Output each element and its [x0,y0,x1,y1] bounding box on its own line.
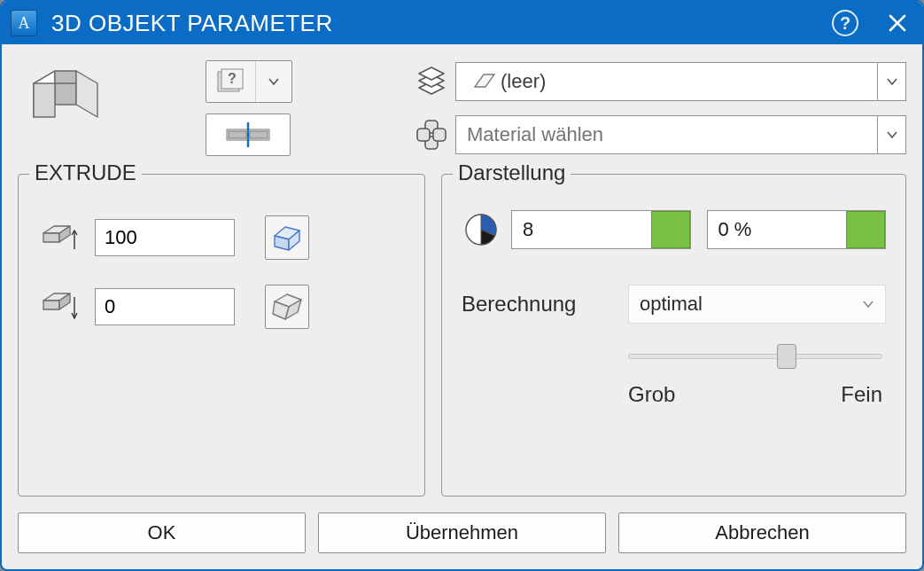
material-dropdown[interactable]: Material wählen [455,115,906,154]
slider-thumb[interactable] [777,344,796,369]
groupbox-extrude-legend: EXTRUDE [29,160,142,185]
height-top-icon [38,223,79,253]
opacity-field[interactable]: 0 % [707,210,887,249]
groupbox-display: Darstellung 8 [441,174,906,497]
prism-open-top-icon [271,223,303,252]
app-badge-icon: A [11,10,37,36]
slider-track [628,354,882,359]
apply-button[interactable]: Übernehmen [318,512,606,553]
material-dropdown-placeholder: Material wählen [467,123,877,146]
svg-text:?: ? [228,71,237,86]
groupbox-display-legend: Darstellung [453,160,571,185]
cancel-button[interactable]: Abbrechen [618,512,906,553]
pen-number-value: 8 [512,211,651,248]
opacity-value: 0 % [708,211,847,248]
ok-button[interactable]: OK [18,512,306,553]
pen-color-swatch [651,211,690,248]
dialog-buttons-row: OK Übernehmen Abbrechen [18,512,906,553]
extrude-top-input[interactable] [95,219,235,256]
window-title: 3D OBJEKT PARAMETER [51,10,333,37]
help-icon[interactable]: ? [832,10,858,36]
pen-number-field[interactable]: 8 [511,210,691,249]
chevron-down-icon [256,61,291,102]
layers-icon [408,64,455,99]
svg-rect-6 [250,131,268,138]
question-mark-box-icon: ? [206,61,256,102]
dialog-body: ? [2,44,922,569]
height-bottom-icon [38,292,79,322]
groupbox-row: EXTRUDE [18,174,906,497]
calculation-dropdown[interactable]: optimal [628,285,886,324]
object-type-icon [28,64,110,126]
layer-item-icon [467,71,501,92]
chevron-down-icon [862,298,874,310]
object-type-dropdown[interactable]: ? [206,60,292,103]
prism-open-bottom-icon [271,293,303,321]
layer-dropdown[interactable]: (leer) [455,62,906,101]
svg-rect-10 [433,129,446,141]
extrude-bottom-input[interactable] [95,288,235,325]
slider-max-label: Fein [841,382,882,407]
calculation-dropdown-value: optimal [640,293,703,316]
calculation-slider[interactable]: Grob Fein [628,354,882,407]
chevron-down-icon[interactable] [877,63,905,100]
close-icon[interactable] [883,9,912,37]
chevron-down-icon[interactable] [877,116,905,153]
svg-rect-5 [229,131,246,138]
extrude-top-mode-button[interactable] [265,215,309,260]
svg-rect-9 [417,129,430,141]
alignment-tool-button[interactable] [206,113,291,156]
extrude-bottom-mode-button[interactable] [265,285,309,329]
layer-dropdown-value: (leer) [501,70,877,93]
titlebar: A 3D OBJEKT PARAMETER ? [2,2,922,44]
opacity-color-swatch [846,211,885,248]
material-icon [408,117,455,153]
centerline-icon [221,122,275,147]
pie-chart-icon [462,210,501,249]
calculation-label: Berechnung [462,292,628,317]
upper-controls-row: ? [18,60,906,167]
groupbox-extrude: EXTRUDE [18,174,425,497]
dialog-window: A 3D OBJEKT PARAMETER ? [0,0,924,571]
slider-min-label: Grob [628,382,675,407]
